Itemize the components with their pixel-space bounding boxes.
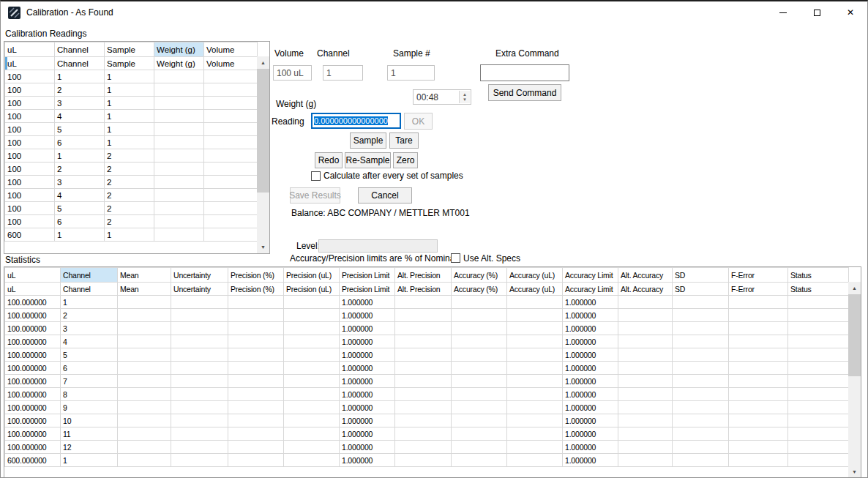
cell[interactable] bbox=[452, 362, 507, 375]
cell[interactable]: 100.000000 bbox=[5, 348, 61, 362]
cell[interactable] bbox=[154, 83, 204, 97]
cell[interactable] bbox=[118, 348, 171, 362]
cell[interactable] bbox=[788, 375, 849, 388]
cell[interactable]: 8 bbox=[61, 388, 118, 401]
cell[interactable]: 1.000000 bbox=[340, 441, 395, 454]
cell[interactable] bbox=[154, 202, 204, 215]
save-results-button[interactable]: Save Results bbox=[290, 187, 340, 203]
cell[interactable] bbox=[788, 309, 849, 322]
column-header-alt-precision[interactable]: Alt. Precision bbox=[395, 283, 452, 296]
cell[interactable]: 1.000000 bbox=[340, 427, 395, 441]
cell[interactable]: 100 bbox=[5, 189, 55, 202]
cell[interactable] bbox=[118, 414, 171, 427]
sample-button[interactable]: Sample bbox=[350, 132, 386, 149]
cell[interactable] bbox=[171, 335, 228, 348]
cell[interactable] bbox=[788, 362, 849, 375]
cell[interactable] bbox=[284, 375, 340, 388]
cell[interactable]: 1.000000 bbox=[340, 388, 395, 401]
column-header-accuracy-ul[interactable]: Accuracy (uL) bbox=[507, 283, 563, 296]
cell[interactable] bbox=[729, 388, 788, 401]
cell[interactable]: 9 bbox=[61, 401, 118, 414]
column-header-precision-limit[interactable]: Precision Limit bbox=[340, 268, 395, 283]
cell[interactable] bbox=[118, 388, 171, 401]
cell[interactable] bbox=[118, 322, 171, 335]
column-header-precision[interactable]: Precision (%) bbox=[228, 268, 284, 283]
cell[interactable] bbox=[618, 375, 673, 388]
cell[interactable] bbox=[618, 388, 673, 401]
cell[interactable] bbox=[204, 70, 258, 83]
cell[interactable]: 100.000000 bbox=[5, 335, 61, 348]
cell[interactable]: 1.000000 bbox=[340, 401, 395, 414]
cell[interactable]: 100.000000 bbox=[5, 309, 61, 322]
cell[interactable]: 100 bbox=[5, 97, 55, 110]
cell[interactable] bbox=[171, 309, 228, 322]
column-header-sample[interactable]: Sample bbox=[105, 57, 154, 70]
sample-number-input[interactable]: 1 bbox=[387, 65, 435, 81]
cell[interactable] bbox=[284, 388, 340, 401]
cell[interactable] bbox=[118, 296, 171, 309]
cell[interactable] bbox=[204, 163, 258, 176]
cell[interactable] bbox=[788, 388, 849, 401]
cell[interactable] bbox=[154, 189, 204, 202]
cell[interactable] bbox=[673, 322, 729, 335]
cell[interactable] bbox=[228, 322, 284, 335]
cell[interactable]: 100 bbox=[5, 149, 55, 163]
column-header-alt-precision[interactable]: Alt. Precision bbox=[395, 268, 452, 283]
cell[interactable]: 100 bbox=[5, 202, 55, 215]
cell[interactable]: 2 bbox=[61, 309, 118, 322]
cell[interactable] bbox=[395, 322, 452, 335]
cell[interactable] bbox=[507, 427, 563, 441]
cell[interactable] bbox=[171, 427, 228, 441]
scroll-up-icon[interactable]: ▲ bbox=[257, 56, 269, 69]
scroll-down-icon[interactable]: ▼ bbox=[257, 241, 269, 253]
cell[interactable]: 100.000000 bbox=[5, 388, 61, 401]
cell[interactable]: 3 bbox=[61, 322, 118, 335]
column-header-accuracy[interactable]: Accuracy (%) bbox=[452, 268, 507, 283]
cell[interactable] bbox=[673, 401, 729, 414]
cell[interactable]: 1.000000 bbox=[340, 375, 395, 388]
cell[interactable] bbox=[452, 309, 507, 322]
cell[interactable]: 100.000000 bbox=[5, 296, 61, 309]
cell[interactable] bbox=[618, 335, 673, 348]
cell[interactable] bbox=[284, 309, 340, 322]
cell[interactable] bbox=[284, 401, 340, 414]
cell[interactable] bbox=[284, 362, 340, 375]
cell[interactable]: 100.000000 bbox=[5, 375, 61, 388]
zero-button[interactable]: Zero bbox=[393, 152, 418, 168]
cell[interactable] bbox=[395, 401, 452, 414]
cell[interactable] bbox=[395, 414, 452, 427]
cell[interactable]: 12 bbox=[61, 441, 118, 454]
cell[interactable] bbox=[618, 362, 673, 375]
cell[interactable] bbox=[507, 388, 563, 401]
cell[interactable] bbox=[228, 348, 284, 362]
cell[interactable]: 2 bbox=[55, 83, 105, 97]
cell[interactable] bbox=[171, 388, 228, 401]
column-header-precision-limit[interactable]: Precision Limit bbox=[340, 283, 395, 296]
column-header-uncertainty[interactable]: Uncertainty bbox=[171, 283, 228, 296]
cell[interactable] bbox=[204, 123, 258, 136]
cell[interactable] bbox=[618, 414, 673, 427]
cell[interactable] bbox=[204, 97, 258, 110]
cell[interactable]: 100 bbox=[5, 110, 55, 123]
cell[interactable] bbox=[171, 441, 228, 454]
cell[interactable] bbox=[154, 176, 204, 189]
cell[interactable]: 6 bbox=[55, 136, 105, 149]
cell[interactable] bbox=[228, 388, 284, 401]
cell[interactable] bbox=[618, 322, 673, 335]
reading-input[interactable]: 0.000000000000000 bbox=[311, 113, 401, 129]
cell[interactable] bbox=[118, 454, 171, 467]
cell[interactable] bbox=[507, 335, 563, 348]
cell[interactable] bbox=[673, 454, 729, 467]
cell[interactable] bbox=[395, 309, 452, 322]
cell[interactable] bbox=[204, 228, 258, 242]
cell[interactable]: 1.000000 bbox=[563, 441, 618, 454]
cell[interactable] bbox=[171, 375, 228, 388]
cell[interactable]: 100 bbox=[5, 176, 55, 189]
cell[interactable] bbox=[118, 441, 171, 454]
column-header-sd[interactable]: SD bbox=[673, 268, 729, 283]
cell[interactable] bbox=[118, 309, 171, 322]
cell[interactable]: 1.000000 bbox=[563, 362, 618, 375]
cell[interactable] bbox=[228, 362, 284, 375]
level-input[interactable] bbox=[318, 239, 438, 253]
cell[interactable] bbox=[154, 70, 204, 83]
